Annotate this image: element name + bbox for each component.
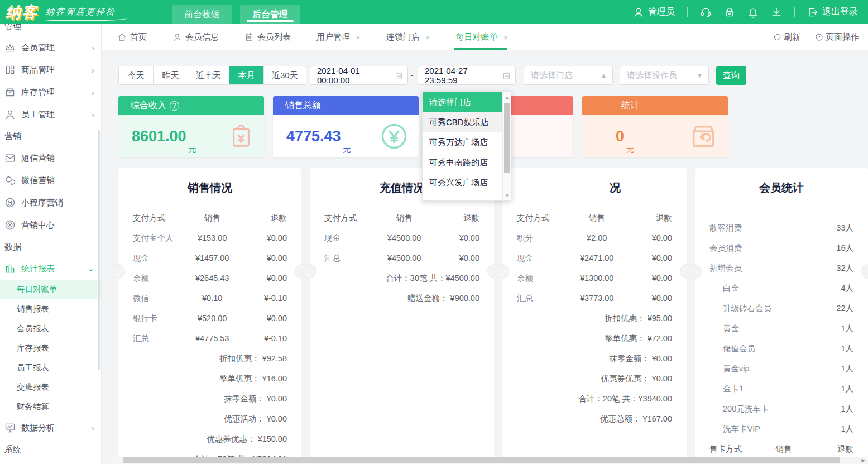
store-select[interactable]: 请选择门店 ▲ [524,66,613,85]
front-cashier-tab[interactable]: 前台收银 [172,5,232,24]
member-row: 新增会员32人 [695,258,868,278]
member-row: 升级砖石会员22人 [695,298,868,318]
bar-chart-icon [4,263,16,274]
sidebar-item-data-analysis[interactable]: 数据分析 › [0,417,101,439]
summary-row: 合计：20笔 共：¥3940.00 [502,389,687,409]
dropdown-option-store[interactable]: 可秀万达广场店 [423,132,503,152]
help-icon[interactable]: ? [170,101,179,111]
query-button[interactable]: 查询 [716,66,746,85]
close-icon[interactable]: × [503,32,509,42]
quick-today[interactable]: 今天 [119,66,154,84]
divider [687,7,688,17]
page-operations-button[interactable]: 页面操作 [815,32,859,42]
sidebar-item-goods-management[interactable]: 商品管理 › [0,59,101,81]
backstage-manage-tab[interactable]: 后台管理 [240,5,300,24]
wechat-icon [4,175,16,186]
tagline-underline-decoration [44,17,127,21]
sidebar-item-sms-marketing[interactable]: 短信营销 [0,147,101,169]
dropdown-scrollbar[interactable]: ▲ ▼ [502,92,511,200]
tab-member-list[interactable]: 会员列表 [244,24,291,50]
lock-icon[interactable] [724,7,735,18]
scroll-up-icon[interactable]: ▲ [503,93,511,101]
sidebar-item-miniprogram-marketing[interactable]: 小程序营销 [0,192,101,214]
logout-icon [807,7,818,18]
summary-row: 优惠活动： ¥0.00 [118,409,301,429]
scrollbar-thumb[interactable] [504,103,510,173]
quick-this-month[interactable]: 本月 [229,66,264,84]
recharge-panel: 充值情况 支付方式 销售 退款 现金¥4500.00¥0.00 汇总¥4500.… [310,168,494,464]
date-from-input[interactable]: 2021-04-01 00:00:00 [310,66,408,85]
tab-user-management[interactable]: 用户管理 × [316,24,361,50]
scroll-down-icon[interactable]: ▼ [503,192,511,199]
member-row: 会员消费16人 [695,238,868,258]
close-icon[interactable]: × [356,32,361,42]
dropdown-option-placeholder[interactable]: 请选择门店 [423,92,503,112]
panel-title-visible-fragment: 况 [502,168,687,208]
sidebar-item-stats-report[interactable]: 统计报表 ⌄ [0,257,101,280]
table-row: 现金¥2471.00¥0.00 [502,248,687,268]
sidebar-item-staff-management[interactable]: 员工管理 › [0,103,101,126]
summary-row: 折扣优惠： ¥95.00 [502,308,687,328]
tab-chain-stores[interactable]: 连锁门店 × [386,24,430,50]
table-header: 支付方式 销售 退款 [502,208,687,228]
sidebar-scrollbar[interactable] [98,130,100,370]
sidebar-subitem-daily-report[interactable]: 每日对账单 [0,280,101,299]
chevron-right-icon: › [92,88,94,97]
sidebar-subitem-finance-settle[interactable]: 财务结算 [0,397,101,417]
chevron-down-icon: ⌄ [87,264,94,274]
sidebar-subitem-stock-report[interactable]: 库存报表 [0,338,101,358]
tab-member-info[interactable]: 会员信息 [172,24,219,50]
envelope-icon [4,152,16,164]
horizontal-scrollbar[interactable]: ▶ [102,457,868,464]
sidebar-item-wechat-marketing[interactable]: 微信营销 [0,169,101,192]
refresh-button[interactable]: 刷新 [773,32,800,42]
tab-home[interactable]: 首页 [117,24,147,50]
sidebar-subitem-sales-report[interactable]: 销售报表 [0,299,101,319]
sidebar-subitem-shift-report[interactable]: 交班报表 [0,377,101,397]
crown-icon [4,42,16,53]
caret-down-icon: ▼ [697,72,703,79]
clipboard-yen-icon [228,123,254,149]
dropdown-option-store[interactable]: 可秀中南路的店 [423,152,503,173]
home-icon [117,32,127,42]
logout-label: 退出登录 [822,6,858,18]
headset-icon[interactable] [700,6,712,18]
date-to-input[interactable]: 2021-04-27 23:59:59 [418,66,516,85]
sidebar-item-member-management[interactable]: 会员管理 › [0,36,101,59]
sidebar-item-stock-management[interactable]: 库存管理 › [0,81,101,103]
member-row: 储值会员1人 [695,338,868,358]
dropdown-option-store-partial[interactable] [423,193,503,201]
member-row: 200元洗车卡1人 [695,399,868,419]
dropdown-option-store[interactable]: 可秀CBD娱乐店 [423,112,503,132]
member-row: 黄金1人 [695,318,868,338]
quick-last30days[interactable]: 近30天 [264,66,306,84]
scroll-right-icon[interactable]: ▶ [860,457,867,464]
operator-select[interactable]: 请选择操作员 ▼ [620,66,709,85]
sidebar-subitem-staff-report[interactable]: 员工报表 [0,358,101,377]
summary-row: 赠送金额： ¥900.00 [310,288,494,308]
download-icon[interactable] [771,7,782,18]
table-row: 汇总¥3773.00¥0.00 [502,288,687,308]
quick-last7days[interactable]: 近七天 [188,66,229,84]
table-row: 汇总¥4775.53¥-0.10 [118,328,301,348]
quick-yesterday[interactable]: 昨天 [154,66,188,84]
table-row: 微信¥0.10¥-0.10 [118,288,301,308]
summary-row: 优惠券优惠： ¥150.00 [118,429,301,449]
logout-button[interactable]: 退出登录 [807,6,858,18]
chevron-right-icon: › [92,43,94,52]
store-dropdown-list: 请选择门店 可秀CBD娱乐店 可秀万达广场店 可秀中南路的店 可秀兴发广场店 ▲… [422,92,511,201]
goods-icon [4,64,16,75]
close-icon[interactable]: × [425,32,430,42]
member-row: 散客消费33人 [695,218,868,238]
tab-daily-report[interactable]: 每日对账单 × [456,24,509,50]
sidebar-section-system: 系统 [0,439,101,460]
horizontal-scrollbar-thumb[interactable] [123,457,840,463]
sidebar-subitem-member-report[interactable]: 会员报表 [0,319,101,338]
bell-icon[interactable] [747,7,759,18]
current-user[interactable]: 管理员 [633,6,675,18]
summary-row: 抹零金额： ¥0.00 [502,348,687,369]
sidebar-item-marketing-center[interactable]: 营销中心 [0,214,101,236]
dropdown-option-store[interactable]: 可秀兴发广场店 [423,173,503,193]
table-row: 余额¥1300.00¥0.00 [502,268,687,288]
table-row: 余额¥2645.43¥0.00 [118,268,301,288]
